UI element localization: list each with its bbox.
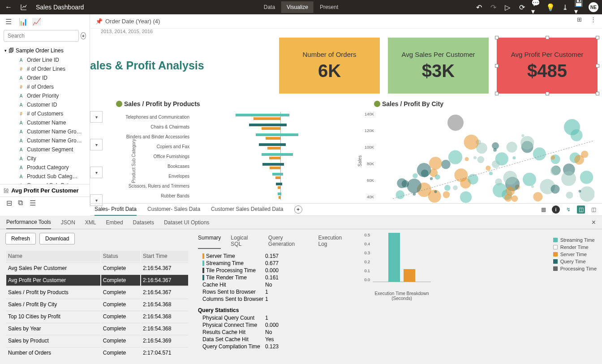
top-tab-visualize[interactable]: Visualize	[281, 1, 314, 13]
grid-icon[interactable]: ▦	[539, 206, 547, 214]
table-row[interactable]: Avg Profit Per CustomerComplete2:16:54.3…	[6, 274, 188, 286]
field-item[interactable]: ACustomer Name Gro…	[0, 127, 90, 136]
panel-right-icon[interactable]: ◫	[589, 206, 598, 214]
perf-tab[interactable]: Datasets	[133, 216, 154, 229]
search-input[interactable]	[4, 30, 79, 42]
summary-tab[interactable]: Summary	[198, 233, 221, 249]
more-icon[interactable]: ⋮	[590, 16, 598, 24]
auto-icon[interactable]: ⊞	[577, 16, 585, 24]
download-button[interactable]: Download	[39, 233, 75, 244]
field-item[interactable]: AOrder Priority	[0, 91, 90, 100]
table-icon: 🗐	[9, 47, 14, 54]
filter-icon[interactable]	[116, 101, 122, 107]
info-icon[interactable]: i	[552, 206, 560, 214]
top-tab-data[interactable]: Data	[258, 1, 280, 13]
field-item[interactable]: ## of Orders	[0, 82, 90, 91]
avatar[interactable]: NE	[589, 2, 598, 12]
field-item[interactable]: ACustomer ID	[0, 100, 90, 109]
refresh-icon[interactable]: ⟳	[517, 2, 527, 12]
top-tab-present[interactable]: Present	[314, 1, 344, 13]
svg-point-52	[396, 190, 404, 199]
field-item[interactable]: AOrder ID	[0, 73, 90, 82]
field-item[interactable]: ACustomer Segment	[0, 145, 90, 154]
trend-icon[interactable]: 📈	[32, 17, 39, 25]
save-icon[interactable]: 💾▾	[574, 2, 584, 12]
table-row[interactable]: Avg Sales Per CustomerComplete2:16:54.36…	[6, 262, 188, 274]
sidebar: ☰ 📊 📈 + ▾ 🗐 Sample Order Lines AOrder Li…	[0, 14, 90, 207]
table-row[interactable]: Sales by YearComplete2:16:54.368	[6, 323, 188, 334]
pin-icon[interactable]: 📌	[95, 18, 103, 25]
field-item[interactable]: AProduct Sub Categ…	[0, 172, 90, 181]
table-row[interactable]: Sales / Profit by ProductsComplete2:16:5…	[6, 287, 188, 298]
tree-table-header[interactable]: ▾ 🗐 Sample Order Lines	[0, 46, 90, 56]
summary-tab[interactable]: Execution Log	[318, 233, 351, 249]
play-icon[interactable]: ▷	[503, 2, 512, 12]
field-item[interactable]: AOrder Line ID	[0, 56, 90, 64]
field-item[interactable]: ACustomer Name	[0, 118, 90, 127]
scatter-chart[interactable]: 140K120K100K80K60K40K Sales	[375, 112, 594, 205]
filter-drop-2[interactable]: ▾	[90, 139, 103, 150]
field-item[interactable]: AProduct Category	[0, 163, 90, 172]
undo-icon[interactable]: ↶	[474, 2, 484, 12]
table-row[interactable]: Number of OrdersComplete2:17:04.571	[6, 347, 188, 358]
add-icon[interactable]: +	[81, 32, 86, 39]
perf-table[interactable]: NameStatusStart Time Avg Sales Per Custo…	[5, 250, 189, 359]
export-icon[interactable]: ⤓	[560, 2, 570, 12]
filter-icon[interactable]	[374, 101, 380, 107]
svg-point-23	[477, 156, 485, 163]
table-row[interactable]: Top 10 Cities by ProfitComplete2:16:54.3…	[6, 311, 188, 322]
perf-tab[interactable]: Dataset UI Options	[164, 216, 209, 229]
chart-icon[interactable]	[19, 2, 29, 12]
bulb-icon[interactable]: 💡	[546, 2, 555, 12]
svg-point-61	[574, 155, 584, 165]
svg-point-27	[580, 186, 594, 201]
kpi-card[interactable]: Number of Orders6K	[279, 38, 380, 94]
comment-icon[interactable]: 💬▾	[531, 2, 541, 12]
field-item[interactable]: ACity	[0, 154, 90, 163]
viz-icon[interactable]: 📊	[19, 17, 26, 25]
sheet-tabs: Sales- Profit DataCustomer- Sales DataCu…	[90, 203, 602, 216]
field-item[interactable]: AGrouped Sub Catego…	[0, 181, 90, 184]
metric-name: Avg Profit Per Customer	[11, 187, 79, 194]
add-sheet-button[interactable]: +	[294, 206, 302, 214]
back-icon[interactable]: ←	[4, 2, 13, 12]
refresh-button[interactable]: Refresh	[5, 233, 36, 244]
sheet-tab[interactable]: Sales- Profit Data	[95, 203, 137, 216]
svg-point-48	[448, 150, 462, 164]
svg-point-35	[492, 160, 500, 168]
table-row[interactable]: Sales by ProductComplete2:16:54.369	[6, 335, 188, 346]
slider-icon[interactable]: ⊟	[6, 199, 13, 205]
field-item[interactable]: ## of Order Lines	[0, 64, 90, 73]
sheet-tab[interactable]: Customer- Sales Data	[147, 203, 200, 216]
svg-point-45	[486, 166, 490, 171]
redo-icon[interactable]: ↷	[488, 2, 498, 12]
kpi-card[interactable]: Avg Sales Per Customer$3K	[388, 38, 489, 94]
bar-chart[interactable]: Product Sub Category Telephones and Comm…	[117, 112, 368, 205]
svg-point-38	[430, 177, 433, 180]
panel-left-icon[interactable]: ◫	[577, 206, 585, 214]
summary-tab[interactable]: Query Generation	[268, 233, 309, 249]
perf-tab[interactable]: JSON	[61, 216, 75, 229]
filter-label[interactable]: Order Date (Year) (4)	[105, 18, 160, 25]
perf-tab[interactable]: Embed	[106, 216, 123, 229]
refresh2-icon[interactable]: ↯	[564, 206, 572, 214]
svg-point-62	[492, 142, 499, 150]
filter-drop-3[interactable]: ▾	[90, 167, 103, 178]
sheet-tab[interactable]: Customer Sales Detailed Data	[211, 203, 283, 216]
kpi-card[interactable]: Avg Profit Per Customer$485	[497, 38, 598, 94]
filter-drop-1[interactable]: ▾	[90, 111, 103, 123]
field-item[interactable]: ACustomer Name Gro…	[0, 136, 90, 145]
copy-icon[interactable]: ⧉	[18, 199, 24, 205]
field-item[interactable]: ## of Customers	[0, 109, 90, 118]
table-row[interactable]: Sales / Profit By CityComplete2:16:54.36…	[6, 299, 188, 310]
perf-tab[interactable]: XML	[85, 216, 96, 229]
db-icon[interactable]: ☰	[5, 17, 13, 25]
summary-tab[interactable]: Logical SQL	[231, 233, 258, 249]
svg-point-57	[429, 157, 442, 170]
svg-point-33	[533, 192, 542, 201]
perf-tab[interactable]: Performance Tools	[6, 216, 51, 229]
close-icon[interactable]: ×	[592, 218, 596, 227]
db2-icon[interactable]: ☰	[30, 199, 36, 205]
svg-point-39	[531, 185, 534, 188]
svg-point-56	[435, 174, 440, 180]
